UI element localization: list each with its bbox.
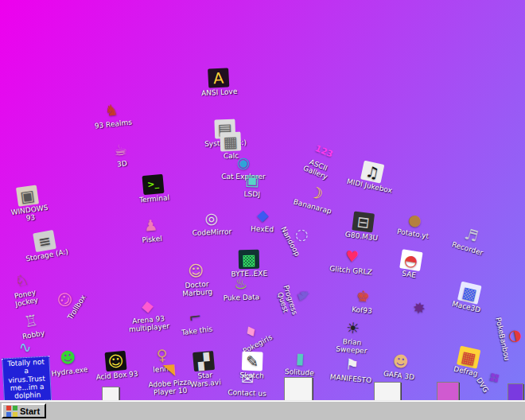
icon-label: SAE xyxy=(400,269,417,279)
desktop-icon-solitude[interactable]: ▮Solitude xyxy=(275,347,325,377)
desktop-icon-lsdj[interactable]: ▣LSDJ xyxy=(228,169,277,198)
take-this-icon: ⌐ xyxy=(184,306,207,328)
codemirror-icon: ◎ xyxy=(200,208,222,228)
hydra-exe-icon: ☻ xyxy=(56,347,80,368)
desktop-surface[interactable]: AANSI Love♞93 Realms▤System (C:)▦Calc☕3D… xyxy=(0,0,525,420)
doctor-marburg-icon: ☺ xyxy=(185,260,207,281)
icon-label: 93 Realms xyxy=(93,118,133,130)
icon-label: Contact us xyxy=(227,388,267,398)
acid-box-93-icon: ☺ xyxy=(105,351,127,371)
desktop-icon-brian-sweeper[interactable]: ☀Brian Sweeper xyxy=(327,317,377,356)
unnamed-icon: ✸ xyxy=(407,297,431,319)
contact-us-icon: ✉ xyxy=(237,369,259,389)
desktop-icon-g80-m3u[interactable]: ⊟G80.M3U xyxy=(337,209,388,243)
icon-label: Poney Jockey xyxy=(1,286,51,312)
desktop-icon-piskel[interactable]: ♟Piskel xyxy=(126,213,177,245)
desktop-icon-potato-yt[interactable]: ●Potato.yt xyxy=(389,207,441,242)
desktop-icon-3d[interactable]: ☕3D xyxy=(95,137,146,170)
icon-label: CodeMirror xyxy=(191,228,232,237)
puke-data-icon: ♨ xyxy=(230,274,251,294)
desktop-icon-glitch-grlz[interactable]: ♥Glitch GRLZ xyxy=(327,244,377,276)
glitch-grlz-icon: ♥ xyxy=(340,246,363,266)
pokebanbou-icon: ◓ xyxy=(505,324,525,348)
desktop-icon-acid-box-93[interactable]: ☺Acid Box 93 xyxy=(91,349,142,381)
desktop-icon-windows-93[interactable]: ▣WINDOWS 93 xyxy=(2,183,55,226)
totally-not-a-virus-trust-me-im-a-dolphin-icon: ∿ xyxy=(14,336,36,356)
desktop-icon-terminal[interactable]: >_Terminal xyxy=(129,173,179,204)
icon-label: Puke Data xyxy=(222,293,260,302)
desktop-icon-nandoop[interactable]: ◌Nandoop xyxy=(275,209,322,265)
gafa-3d-icon: ☻ xyxy=(389,351,412,372)
adobe-pizza-player-10-icon: ◥ xyxy=(158,359,180,379)
potato-yt-icon: ● xyxy=(403,208,426,231)
cat-explorer-icon: ◉ xyxy=(233,153,254,172)
byte-exe-icon: ▩ xyxy=(239,250,259,269)
desktop-icon-poney-jockey[interactable]: ♘Poney Jockey xyxy=(0,266,51,311)
desktop-icon-pokebanbou[interactable]: ◓PokeBanbou xyxy=(493,311,525,364)
window-sliver[interactable] xyxy=(284,377,313,404)
icon-label: 3D xyxy=(116,159,129,169)
desktop-icon-contact-us[interactable]: ✉Contact us xyxy=(223,368,271,398)
icon-label: WINDOWS 93 xyxy=(6,203,55,226)
icon-label: Potato.yt xyxy=(395,228,430,241)
desktop-icon-take-this[interactable]: ⌐Take this xyxy=(170,304,221,337)
desktop-icon-doctor-marburg[interactable]: ☺Doctor Marburg xyxy=(171,259,221,299)
desktop-icon-arena-93-multiplayer[interactable]: ◆Arena 93 multiplayer xyxy=(122,294,173,334)
3d-icon: ☕ xyxy=(109,139,132,161)
desktop-icon-hydra-exe[interactable]: ☻Hydra.exe xyxy=(43,344,94,378)
desktop-icon-kof93[interactable]: ♚Kof93 xyxy=(338,284,388,316)
sae-icon: ◓ xyxy=(399,249,422,271)
arena-93-multiplayer-icon: ◆ xyxy=(136,295,158,316)
desktop-icon-sae[interactable]: ◓SAE xyxy=(385,247,437,282)
taskbar: Start xyxy=(0,401,525,420)
desktop-icon-storage-a[interactable]: ≡Storage (A:) xyxy=(19,228,71,263)
desktop-icon-gafa-3d[interactable]: ☻GAFA 3D xyxy=(375,348,426,382)
star-wars-avi-icon: ▞ xyxy=(192,351,215,371)
desktop-icon-midi-jukebox[interactable]: ♫MIDI Jukebox xyxy=(345,158,398,195)
icon-label: Star Wars.avi xyxy=(181,369,230,390)
piskel-icon: ♟ xyxy=(140,215,162,235)
icon-label: Acid Box 93 xyxy=(95,370,139,382)
icon-label: GAFA 3D xyxy=(382,369,415,381)
sketch-icon: ✎ xyxy=(242,352,263,371)
desktop-icon-mace3d[interactable]: ▩Mace3D xyxy=(442,278,495,317)
desktop-icon-recorder[interactable]: ♬Recorder xyxy=(443,219,496,259)
icon-label: MANIFESTO xyxy=(329,373,372,385)
icon-label: LSDJ xyxy=(243,190,261,199)
icon-label: ANSI Love xyxy=(200,88,239,98)
icon-label: Hydra.exe xyxy=(50,365,89,378)
desktop-icon-star-wars-avi[interactable]: ▞Star Wars.avi xyxy=(179,349,230,390)
solitude-icon: ▮ xyxy=(290,348,311,368)
manifesto-icon: ⚑ xyxy=(340,354,363,375)
calc-icon: ▦ xyxy=(220,132,241,152)
icon-label: Terminal xyxy=(138,193,171,204)
desktop-icon-ansi-love[interactable]: AANSI Love xyxy=(194,67,243,97)
icon-label: Solitude xyxy=(284,368,315,377)
desktop-icon-manifesto[interactable]: ⚑MANIFESTO xyxy=(327,352,377,384)
icon-label: Take this xyxy=(180,325,213,336)
93-realms-icon: ♞ xyxy=(100,99,122,121)
desktop-icon-puke-data[interactable]: ♨Puke Data xyxy=(216,273,265,302)
robby-icon: ♖ xyxy=(19,309,43,332)
icon-label: Glitch GRLZ xyxy=(329,265,373,277)
icon-label: Doctor Marburg xyxy=(173,279,221,299)
icon-label: G80.M3U xyxy=(344,230,379,243)
icon-label: Arena 93 multiplayer xyxy=(124,313,173,334)
windows-93-icon: ▣ xyxy=(16,185,39,206)
desktop-icon-unnamed[interactable]: ✸ xyxy=(394,294,444,322)
hexed-icon: ◆ xyxy=(252,205,274,225)
storage-a-icon: ≡ xyxy=(33,230,56,252)
desktop-icon-progress-quest[interactable]: ♞Progress Quest xyxy=(271,270,321,326)
ansi-love-icon: A xyxy=(208,68,229,88)
start-button-label: Start xyxy=(20,406,40,416)
brian-sweeper-icon: ☀ xyxy=(342,317,364,338)
icon-label: Piskel xyxy=(141,235,163,245)
icon-label: Kof93 xyxy=(351,305,373,316)
desktop-icon-totally-not-a-virus-trust-me-im-a-dolphin[interactable]: ∿Totally not a virus.Trust me...im a dol… xyxy=(1,336,52,402)
desktop-icon-codemirror[interactable]: ◎CodeMirror xyxy=(187,208,235,237)
icon-label: HexEd xyxy=(250,224,274,233)
kof93-icon: ♚ xyxy=(352,286,374,306)
desktop-icon-93-realms[interactable]: ♞93 Realms xyxy=(87,98,137,130)
start-button[interactable]: Start xyxy=(2,403,46,418)
windows93-desktop-screen: AANSI Love♞93 Realms▤System (C:)▦Calc☕3D… xyxy=(0,0,525,420)
